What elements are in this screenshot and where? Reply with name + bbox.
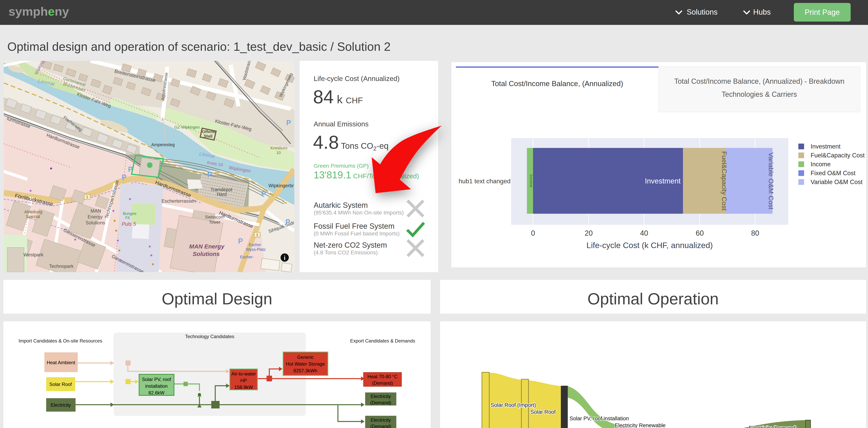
svg-text:Tramdepot: Tramdepot: [211, 187, 232, 192]
svg-text:Air-to-water: Air-to-water: [231, 371, 256, 376]
svg-text:Variable O&M Cost: Variable O&M Cost: [811, 178, 863, 186]
svg-text:Swisscom: Swisscom: [205, 215, 224, 220]
svg-text:HP: HP: [240, 378, 247, 383]
svg-text:82.6kW: 82.6kW: [148, 390, 164, 395]
svg-text:8257.3kWh: 8257.3kWh: [293, 368, 317, 373]
svg-text:60: 60: [695, 229, 704, 237]
svg-text:Wipkingerbr: Wipkingerbr: [269, 183, 294, 188]
svg-text:Abteilung: Abteilung: [24, 209, 42, 214]
svg-text:Technology Candidates: Technology Candidates: [185, 334, 235, 339]
svg-text:P: P: [286, 119, 291, 127]
svg-text:40: 40: [640, 229, 648, 237]
svg-text:Electricity Renewable: Electricity Renewable: [615, 423, 665, 428]
svg-text:Heat Ambient: Heat Ambient: [47, 360, 75, 365]
svg-text:P: P: [122, 173, 126, 181]
svg-text:Hard: Hard: [217, 192, 227, 197]
svg-text:Solar Roof: Solar Roof: [49, 381, 72, 387]
svg-text:Solutions: Solutions: [193, 251, 220, 257]
svg-text:Solar PV, roof: Solar PV, roof: [142, 377, 171, 382]
svg-text:Investment: Investment: [811, 143, 841, 150]
svg-text:Electricity (Demand): Electricity (Demand): [749, 425, 797, 428]
svg-text:Bungee: Bungee: [123, 211, 136, 216]
svg-text:Offener: Offener: [202, 130, 217, 134]
svg-text:Fixed O&M Cost: Fixed O&M Cost: [811, 170, 856, 177]
svg-text:Investment: Investment: [645, 177, 681, 185]
svg-text:MAN Energy: MAN Energy: [189, 243, 225, 250]
svg-text:Electricity: Electricity: [371, 394, 391, 399]
svg-text:P: P: [207, 170, 212, 178]
svg-text:Electricity: Electricity: [371, 417, 391, 423]
svg-text:installation: installation: [145, 383, 167, 389]
svg-text:Escher: Escher: [249, 242, 261, 247]
svg-text:Income: Income: [529, 174, 533, 188]
svg-text:Technopark: Technopark: [49, 263, 74, 269]
svg-text:Solar Roof: Solar Roof: [530, 409, 556, 415]
svg-text:1: 1: [256, 233, 258, 237]
svg-text:P: P: [128, 165, 133, 173]
svg-text:Stall: Stall: [204, 134, 213, 138]
svg-text:P: P: [261, 190, 266, 198]
svg-text:Import Candidates & On-site Re: Import Candidates & On-site Resources: [19, 338, 102, 343]
svg-text:Income: Income: [811, 161, 831, 168]
svg-text:Export Candidates & Demands: Export Candidates & Demands: [350, 338, 415, 343]
svg-text:Heat 70-80 °C: Heat 70-80 °C: [368, 374, 398, 379]
svg-text:Wyss-Platz: Wyss-Platz: [246, 247, 266, 252]
svg-text:Fuel&Capacity Cost: Fuel&Capacity Cost: [721, 151, 728, 211]
svg-text:Amperesteg: Amperesteg: [151, 142, 175, 147]
svg-text:Energy: Energy: [88, 214, 102, 220]
svg-text:Tower: Tower: [209, 220, 221, 225]
svg-text:Kreisburo: Kreisburo: [271, 146, 287, 150]
svg-text:158.9kW: 158.9kW: [235, 384, 253, 390]
svg-text:(Demand): (Demand): [370, 424, 392, 428]
svg-text:P: P: [238, 237, 243, 245]
svg-text:Electricity: Electricity: [51, 402, 71, 408]
svg-text:Life-cycle Cost (k CHF, annual: Life-cycle Cost (k CHF, annualized): [587, 241, 713, 250]
svg-text:Solutions: Solutions: [86, 220, 105, 225]
svg-text:i: i: [284, 255, 285, 261]
svg-text:80: 80: [751, 229, 759, 237]
svg-text:MAN: MAN: [91, 208, 101, 213]
svg-text:0: 0: [531, 229, 535, 237]
svg-text:Spezial: Spezial: [26, 214, 40, 219]
svg-text:Hot Water Storage: Hot Water Storage: [286, 361, 325, 367]
svg-text:Fit: Fit: [125, 216, 130, 220]
svg-text:Westpark: Westpark: [24, 252, 43, 257]
svg-text:Puls 5: Puls 5: [122, 221, 136, 227]
svg-text:GZ-Wipkingen: GZ-Wipkingen: [175, 125, 199, 130]
svg-text:20: 20: [585, 229, 593, 237]
svg-text:Escherterrassen: Escherterrassen: [161, 198, 196, 204]
svg-text:10: 10: [276, 150, 281, 155]
svg-text:P: P: [285, 218, 290, 226]
svg-text:Fuel&Capacity Cost: Fuel&Capacity Cost: [811, 152, 865, 159]
svg-text:hub1 text changed: hub1 text changed: [459, 177, 510, 185]
svg-text:Generic: Generic: [297, 354, 314, 360]
svg-text:Solar PV, roof installation: Solar PV, roof installation: [569, 416, 629, 422]
svg-text:Escher-: Escher-: [240, 255, 254, 259]
svg-text:(Demand): (Demand): [370, 400, 392, 405]
svg-text:Solar Roof (Import): Solar Roof (Import): [491, 402, 536, 408]
svg-text:Variable O&M Cost: Variable O&M Cost: [767, 152, 775, 209]
svg-text:1: 1: [86, 195, 88, 199]
svg-text:(Demand): (Demand): [372, 380, 393, 386]
